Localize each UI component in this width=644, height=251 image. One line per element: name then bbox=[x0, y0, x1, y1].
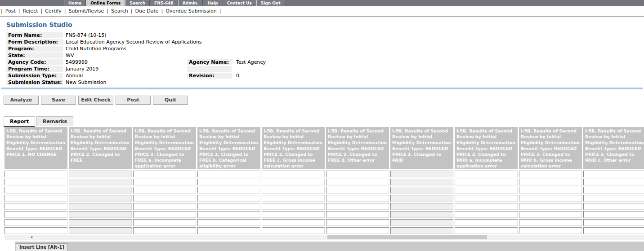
cell-input-r5-c1[interactable] bbox=[4, 203, 67, 210]
detail-value: 5499999 bbox=[63, 59, 186, 65]
cell-input-r4-c1[interactable] bbox=[4, 195, 67, 202]
cell-input-r4-c5[interactable] bbox=[262, 195, 325, 202]
cell-input-r1-c6[interactable] bbox=[326, 171, 389, 177]
menu-item-certify[interactable]: Certify bbox=[45, 8, 62, 14]
horizontal-scrollbar[interactable]: ‹ bbox=[4, 235, 644, 240]
cell-input-r2-c1[interactable] bbox=[4, 179, 67, 185]
cell-input-r2-c4[interactable] bbox=[197, 179, 260, 185]
table-row-7 bbox=[4, 219, 644, 226]
cell-input-r3-c9[interactable] bbox=[519, 187, 582, 194]
cell-input-r6-c5[interactable] bbox=[262, 211, 325, 218]
cell-input-r5-c6[interactable] bbox=[326, 203, 389, 210]
cell-input-r7-c1[interactable] bbox=[4, 219, 67, 226]
menu-item-submit-revise[interactable]: Submit/Revise bbox=[69, 8, 104, 14]
cell-input-r1-c4[interactable] bbox=[197, 171, 260, 177]
cell-input-r7-c6[interactable] bbox=[326, 219, 389, 226]
table-cell bbox=[4, 195, 67, 202]
scrollbar-thumb[interactable] bbox=[327, 235, 487, 239]
cell-input-r6-c10[interactable] bbox=[583, 211, 644, 218]
cell-input-r2-c9[interactable] bbox=[519, 179, 582, 185]
nav-tab-sign-out[interactable]: Sign Out bbox=[256, 0, 285, 6]
detail-value-2 bbox=[232, 66, 236, 72]
nav-tab-admin[interactable]: Admin. bbox=[178, 0, 203, 6]
cell-input-r6-c3[interactable] bbox=[133, 211, 196, 218]
cell-input-r6-c9[interactable] bbox=[519, 211, 582, 218]
table-cell bbox=[583, 203, 644, 210]
cell-input-r5-c10[interactable] bbox=[583, 203, 644, 210]
cell-input-r1-c3[interactable] bbox=[133, 171, 196, 177]
cell-input-r4-c4[interactable] bbox=[197, 195, 260, 202]
cell-input-r3-c3[interactable] bbox=[133, 187, 196, 194]
cell-input-r7-c8[interactable] bbox=[455, 219, 518, 226]
cell-input-r8-c8[interactable] bbox=[455, 227, 518, 234]
nav-tab-search[interactable]: Search bbox=[125, 0, 150, 6]
cell-input-r3-c10[interactable] bbox=[583, 187, 644, 194]
cell-input-r2-c8[interactable] bbox=[455, 179, 518, 185]
cell-input-r7-c4[interactable] bbox=[197, 219, 260, 226]
scroll-left-icon[interactable]: ‹ bbox=[31, 234, 33, 240]
cell-input-r3-c8[interactable] bbox=[455, 187, 518, 194]
nav-tab-contact-us[interactable]: Contact Us bbox=[223, 0, 256, 6]
cell-input-r1-c9[interactable] bbox=[519, 171, 582, 177]
cell-input-r4-c3[interactable] bbox=[133, 195, 196, 202]
menu-item-search[interactable]: Search bbox=[111, 8, 128, 14]
cell-input-r7-c9[interactable] bbox=[519, 219, 582, 226]
nav-tab-help[interactable]: Help bbox=[203, 0, 222, 6]
cell-input-r5-c3[interactable] bbox=[133, 203, 196, 210]
cell-input-r1-c5[interactable] bbox=[262, 171, 325, 177]
edit-check-button[interactable]: Edit Check bbox=[78, 96, 113, 105]
menu-item-post[interactable]: Post bbox=[5, 8, 16, 14]
save-button[interactable]: Save bbox=[41, 96, 76, 105]
post-button[interactable]: Post bbox=[116, 96, 151, 105]
table-cell bbox=[4, 227, 67, 234]
cell-input-r2-c6[interactable] bbox=[326, 179, 389, 185]
cell-input-r2-c10[interactable] bbox=[583, 179, 644, 185]
menu-item-due-date[interactable]: Due Date bbox=[135, 8, 158, 14]
cell-input-r7-c10[interactable] bbox=[583, 219, 644, 226]
cell-input-r1-c1[interactable] bbox=[4, 171, 67, 177]
cell-input-r6-c1[interactable] bbox=[4, 211, 67, 218]
detail-value: Local Education Agency Second Review of … bbox=[63, 39, 186, 45]
cell-input-r1-c8[interactable] bbox=[455, 171, 518, 177]
cell-input-r4-c6[interactable] bbox=[326, 195, 389, 202]
cell-input-r8-c10[interactable] bbox=[583, 227, 644, 234]
insert-line-button[interactable]: Insert Line [Alt-1] bbox=[16, 243, 68, 251]
tab-report[interactable]: Report bbox=[4, 116, 35, 126]
tab-remarks[interactable]: Remarks bbox=[36, 116, 73, 126]
cell-input-r5-c8[interactable] bbox=[455, 203, 518, 210]
cell-input-r2-c3[interactable] bbox=[133, 179, 196, 185]
analyze-button[interactable]: Analyze bbox=[4, 96, 39, 105]
cell-input-r8-c6[interactable] bbox=[326, 227, 389, 234]
cell-input-r8-c4[interactable] bbox=[197, 227, 260, 234]
menu-separator: | bbox=[64, 8, 66, 14]
quit-button[interactable]: Quit bbox=[153, 96, 188, 105]
detail-value: New Submission bbox=[63, 79, 186, 85]
cell-input-r5-c4[interactable] bbox=[197, 203, 260, 210]
cell-input-r6-c6[interactable] bbox=[326, 211, 389, 218]
nav-tab-fns-648[interactable]: FNS-648 bbox=[150, 0, 178, 6]
cell-input-r8-c9[interactable] bbox=[519, 227, 582, 234]
table-cell bbox=[133, 219, 196, 226]
menu-item-reject[interactable]: Reject bbox=[22, 8, 38, 14]
cell-input-r7-c3[interactable] bbox=[133, 219, 196, 226]
cell-input-r5-c9[interactable] bbox=[519, 203, 582, 210]
menu-item-overdue-submission[interactable]: Overdue Submission bbox=[165, 8, 216, 14]
cell-input-r4-c8[interactable] bbox=[455, 195, 518, 202]
cell-input-r3-c5[interactable] bbox=[262, 187, 325, 194]
cell-input-r6-c8[interactable] bbox=[455, 211, 518, 218]
cell-input-r5-c5[interactable] bbox=[262, 203, 325, 210]
cell-input-r2-c5[interactable] bbox=[262, 179, 325, 185]
cell-input-r3-c4[interactable] bbox=[197, 187, 260, 194]
cell-input-r3-c6[interactable] bbox=[326, 187, 389, 194]
cell-input-r7-c5[interactable] bbox=[262, 219, 325, 226]
cell-input-r6-c4[interactable] bbox=[197, 211, 260, 218]
cell-input-r4-c10[interactable] bbox=[583, 195, 644, 202]
cell-input-r4-c9[interactable] bbox=[519, 195, 582, 202]
nav-tab-home[interactable]: Home bbox=[64, 0, 86, 6]
cell-input-r1-c10[interactable] bbox=[583, 171, 644, 177]
cell-input-r8-c1[interactable] bbox=[4, 227, 67, 234]
cell-input-r8-c5[interactable] bbox=[262, 227, 325, 234]
cell-input-r3-c1[interactable] bbox=[4, 187, 67, 194]
nav-tab-online-forms[interactable]: Online Forms bbox=[86, 0, 125, 6]
cell-input-r8-c3[interactable] bbox=[133, 227, 196, 234]
